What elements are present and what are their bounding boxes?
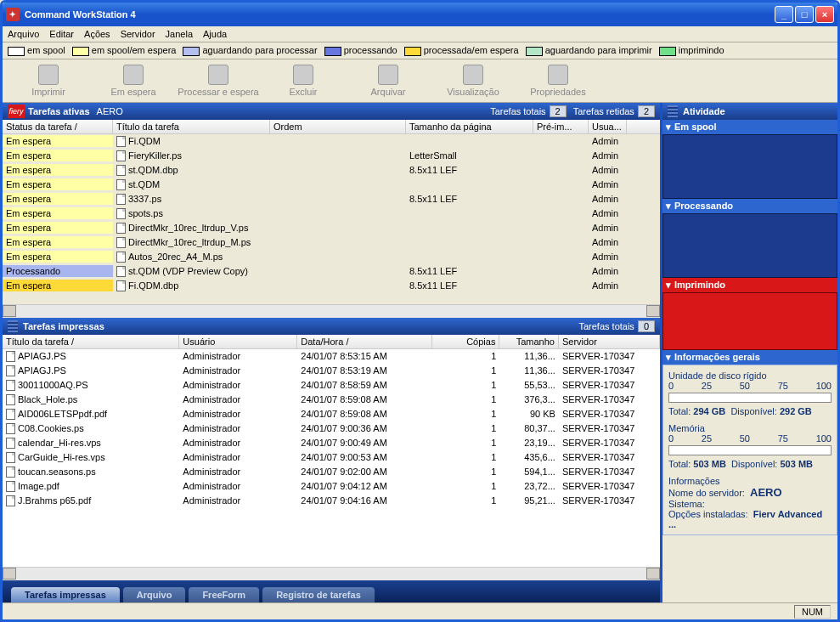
table-row[interactable]: Em esperast.QDMAdmin bbox=[3, 178, 660, 192]
disk-meter bbox=[668, 393, 832, 403]
active-held-label: Tarefas retidas bbox=[573, 106, 634, 116]
file-icon bbox=[116, 179, 126, 190]
tool-arquivar[interactable]: Arquivar bbox=[346, 63, 431, 99]
app-icon: ✦ bbox=[6, 8, 20, 21]
column-header[interactable]: Tamanho da página bbox=[406, 120, 533, 133]
table-row[interactable]: CarGuide_Hi-res.vpsAdministrador24/01/07… bbox=[3, 450, 660, 465]
printed-grid[interactable]: APIAGJ.PSAdministrador24/01/07 8:53:15 A… bbox=[3, 349, 660, 567]
tool-processar-e-espera[interactable]: Processar e espera bbox=[176, 63, 261, 99]
tab-arquivo[interactable]: Arquivo bbox=[123, 587, 186, 602]
column-header[interactable]: Título da tarefa / bbox=[3, 335, 179, 348]
tool-visualização[interactable]: Visualização bbox=[431, 63, 516, 99]
table-row[interactable]: Em esperaDirectMkr_10rec_ltrdup_M.psAdmi… bbox=[3, 235, 660, 250]
file-icon bbox=[116, 252, 126, 263]
column-header[interactable]: Data/Hora / bbox=[297, 335, 432, 348]
table-row[interactable]: AID006LETSPpdf.pdfAdministrador24/01/07 … bbox=[3, 407, 660, 421]
tool-propriedades[interactable]: Propriedades bbox=[516, 63, 600, 99]
tool-icon bbox=[548, 65, 568, 85]
printed-panel-header: Tarefas impressas Tarefas totais 0 bbox=[3, 318, 660, 335]
printing-header[interactable]: ▾Imprimindo bbox=[662, 278, 837, 292]
table-row[interactable]: Em esperaspots.psAdmin bbox=[3, 206, 660, 221]
spool-header[interactable]: ▾Em spool bbox=[662, 120, 837, 134]
activity-header: Atividade bbox=[662, 103, 837, 120]
tool-imprimir[interactable]: Imprimir bbox=[6, 63, 91, 99]
table-row[interactable]: 30011000AQ.PSAdministrador24/01/07 8:58:… bbox=[3, 378, 660, 393]
table-row[interactable]: Processandost.QDM (VDP Preview Copy)8.5x… bbox=[3, 264, 660, 279]
menu-servidor[interactable]: Servidor bbox=[121, 29, 155, 39]
table-row[interactable]: APIAGJ.PSAdministrador24/01/07 8:53:15 A… bbox=[3, 349, 660, 364]
chevron-down-icon: ▾ bbox=[666, 352, 671, 363]
column-header[interactable]: Ordem bbox=[270, 120, 406, 133]
file-icon bbox=[6, 481, 15, 492]
table-row[interactable]: Em esperaFi.QDM.dbp8.5x11 LEFAdmin bbox=[3, 279, 660, 293]
table-row[interactable]: APIAGJ.PSAdministrador24/01/07 8:53:19 A… bbox=[3, 364, 660, 378]
activity-title: Atividade bbox=[683, 106, 725, 116]
tool-em-espera[interactable]: Em espera bbox=[91, 63, 176, 99]
column-header[interactable]: Pré-im... bbox=[533, 120, 589, 133]
legend-label: processando bbox=[341, 45, 397, 55]
table-row[interactable]: Em esperaDirectMkr_10rec_ltrdup_V.psAdmi… bbox=[3, 221, 660, 235]
legend-swatch bbox=[72, 47, 89, 56]
table-row[interactable]: toucan.seasons.psAdministrador24/01/07 9… bbox=[3, 465, 660, 479]
maximize-button[interactable]: □ bbox=[795, 6, 814, 23]
table-row[interactable]: Em esperaAutos_20rec_A4_M.psAdmin bbox=[3, 250, 660, 264]
table-row[interactable]: C08.Cookies.psAdministrador24/01/07 9:00… bbox=[3, 421, 660, 436]
active-hscroll[interactable] bbox=[3, 304, 660, 318]
active-panel-header: fiery Tarefas ativas AERO Tarefas totais… bbox=[3, 103, 660, 120]
printed-columns[interactable]: Título da tarefa /UsuárioData/Hora /Cópi… bbox=[3, 335, 660, 349]
menu-arquivo[interactable]: Arquivo bbox=[8, 29, 39, 39]
printed-hscroll[interactable] bbox=[3, 567, 660, 580]
active-grid[interactable]: Em esperaFi.QDMAdminEm esperaFieryKiller… bbox=[3, 134, 660, 304]
chevron-down-icon: ▾ bbox=[666, 201, 671, 212]
menu-ajuda[interactable]: Ajuda bbox=[203, 29, 227, 39]
menubar: ArquivoEditarAçõesServidorJanelaAjuda bbox=[3, 26, 837, 42]
processing-header[interactable]: ▾Processando bbox=[662, 199, 837, 213]
chevron-down-icon: ▾ bbox=[666, 122, 671, 133]
tab-freeform[interactable]: FreeForm bbox=[189, 587, 259, 602]
file-icon bbox=[116, 223, 126, 234]
minimize-button[interactable]: _ bbox=[775, 6, 793, 23]
table-row[interactable]: Em esperaFi.QDMAdmin bbox=[3, 134, 660, 149]
tab-registro-de-tarefas[interactable]: Registro de tarefas bbox=[262, 587, 375, 602]
disk-label: Unidade de disco rígido bbox=[668, 370, 832, 381]
active-columns[interactable]: Status da tarefa /Título da tarefaOrdemT… bbox=[3, 120, 660, 134]
table-row[interactable]: Em espera3337.ps8.5x11 LEFAdmin bbox=[3, 192, 660, 206]
file-icon bbox=[6, 380, 15, 391]
info-panel: Unidade de disco rígido 0255075100 Total… bbox=[662, 365, 837, 535]
table-row[interactable]: calendar_Hi-res.vpsAdministrador24/01/07… bbox=[3, 436, 660, 450]
grip-icon bbox=[8, 320, 18, 332]
tool-excluir[interactable]: Excluir bbox=[261, 63, 346, 99]
column-header[interactable]: Cópias bbox=[432, 335, 499, 348]
file-icon bbox=[6, 495, 15, 506]
table-row[interactable]: Em esperast.QDM.dbp8.5x11 LEFAdmin bbox=[3, 163, 660, 178]
legend-swatch bbox=[526, 47, 543, 56]
printing-box bbox=[662, 292, 837, 350]
active-server: AERO bbox=[97, 106, 123, 116]
legend-swatch bbox=[659, 47, 676, 56]
column-header[interactable]: Status da tarefa / bbox=[3, 120, 113, 133]
file-icon bbox=[6, 365, 15, 376]
menu-editar[interactable]: Editar bbox=[49, 29, 74, 39]
column-header[interactable]: Servidor bbox=[559, 335, 660, 348]
toolbar: ImprimirEm esperaProcessar e esperaExclu… bbox=[3, 59, 837, 103]
tool-icon bbox=[463, 65, 483, 85]
column-header[interactable]: Título da tarefa bbox=[113, 120, 270, 133]
file-icon bbox=[6, 467, 15, 478]
column-header[interactable]: Usuário bbox=[179, 335, 297, 348]
table-row[interactable]: Black_Hole.psAdministrador24/01/07 8:59:… bbox=[3, 393, 660, 407]
tab-tarefas-impressas[interactable]: Tarefas impressas bbox=[11, 587, 120, 602]
menu-ações[interactable]: Ações bbox=[84, 29, 110, 39]
table-row[interactable]: Image.pdfAdministrador24/01/07 9:04:12 A… bbox=[3, 479, 660, 494]
menu-janela[interactable]: Janela bbox=[166, 29, 193, 39]
legend-bar: em spool em spool/em espera aguardando p… bbox=[3, 42, 837, 59]
info-header[interactable]: ▾Informações gerais bbox=[662, 350, 837, 365]
close-button[interactable]: × bbox=[815, 6, 834, 23]
file-icon bbox=[6, 423, 15, 434]
chevron-down-icon: ▾ bbox=[666, 280, 671, 291]
legend-label: em spool bbox=[25, 45, 65, 55]
column-header[interactable]: Usua... bbox=[589, 120, 627, 133]
table-row[interactable]: Em esperaFieryKiller.psLetterSmallAdmin bbox=[3, 149, 660, 163]
column-header[interactable]: Tamanho bbox=[499, 335, 559, 348]
titlebar[interactable]: ✦ Command WorkStation 4 _ □ × bbox=[3, 3, 837, 26]
table-row[interactable]: J.Brahms p65.pdfAdministrador24/01/07 9:… bbox=[3, 494, 660, 508]
